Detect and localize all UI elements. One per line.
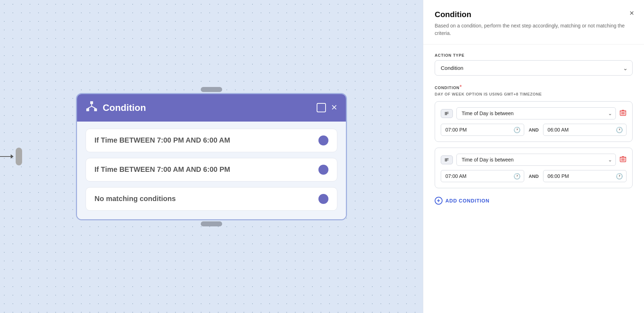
delete-condition-1-button[interactable] xyxy=(619,109,627,118)
condition-dot-2 xyxy=(318,165,328,175)
node-body: If Time BETWEEN 7:00 PM AND 6:00 AM If T… xyxy=(77,122,346,219)
condition-select-wrapper-2: Time of Day is between Day of Week is be… xyxy=(456,154,616,166)
panel-title: Condition xyxy=(435,10,633,19)
node-title: Condition xyxy=(103,102,146,113)
time-end-1-wrapper: 🕐 xyxy=(543,124,627,136)
add-condition-button[interactable]: + ADD CONDITION xyxy=(435,194,490,207)
panel-body: ACTION TYPE Condition Action Wait ⌄ COND… xyxy=(423,45,644,313)
left-arrow-handle[interactable] xyxy=(0,148,24,165)
condition-row-3[interactable]: No matching conditions xyxy=(86,187,337,211)
svg-rect-4 xyxy=(86,108,89,111)
and-label-2: AND xyxy=(527,174,540,179)
action-type-label: ACTION TYPE xyxy=(435,53,633,57)
time-start-1-wrapper: 🕐 xyxy=(441,124,524,136)
close-node-button[interactable]: ✕ xyxy=(331,103,337,112)
arrow-head xyxy=(11,154,14,159)
action-type-select-wrapper: Condition Action Wait ⌄ xyxy=(435,60,633,76)
condition-row-2-text: If Time BETWEEN 7:00 AM AND 6:00 PM xyxy=(94,165,230,174)
time-end-2-input[interactable] xyxy=(543,170,627,182)
right-panel: Condition Based on a condition, perform … xyxy=(423,0,644,313)
time-end-2-wrapper: 🕐 xyxy=(543,170,627,182)
top-drag-pill[interactable] xyxy=(201,87,222,92)
if-badge-2: IF xyxy=(441,155,453,164)
time-start-2-input[interactable] xyxy=(441,170,524,182)
condition-row-2[interactable]: If Time BETWEEN 7:00 AM AND 6:00 PM xyxy=(86,158,337,181)
panel-subtitle: Based on a condition, perform the next s… xyxy=(435,22,633,37)
if-badge-1: IF xyxy=(441,109,453,118)
condition-icon xyxy=(86,101,98,115)
condition-row-1[interactable]: If Time BETWEEN 7:00 PM AND 6:00 AM xyxy=(86,129,337,152)
time-start-2-wrapper: 🕐 xyxy=(441,170,524,182)
node-header-actions: ✕ xyxy=(317,103,337,112)
condition-block-1-header: IF Time of Day is between Day of Week is… xyxy=(441,107,627,119)
condition-row-1-text: If Time BETWEEN 7:00 PM AND 6:00 AM xyxy=(94,136,230,144)
panel-close-button[interactable]: × xyxy=(629,9,634,18)
drag-handle[interactable] xyxy=(16,148,22,165)
canvas-area: Condition ✕ If Time BETWEEN 7:00 PM AND … xyxy=(0,0,423,313)
time-row-1: 🕐 AND 🕐 xyxy=(441,124,627,136)
node-header: Condition ✕ xyxy=(77,94,346,122)
condition-select-wrapper-1: Time of Day is between Day of Week is be… xyxy=(456,107,616,119)
bottom-drag-pill[interactable] xyxy=(201,221,222,226)
condition-dot-3 xyxy=(318,194,328,204)
svg-rect-3 xyxy=(90,101,93,104)
delete-condition-2-button[interactable] xyxy=(619,155,627,164)
condition-block-1: IF Time of Day is between Day of Week is… xyxy=(435,101,633,142)
panel-header: Condition Based on a condition, perform … xyxy=(423,0,644,45)
svg-line-7 xyxy=(88,106,92,108)
day-of-week-note: DAY OF WEEK OPTION IS USING GMT+8 TIMEZO… xyxy=(435,92,633,96)
condition-label: CONDITION xyxy=(435,86,460,90)
required-star: * xyxy=(460,84,462,90)
condition-dot-1 xyxy=(318,135,328,145)
condition-type-select-1[interactable]: Time of Day is between Day of Week is be… xyxy=(456,107,616,119)
and-label-1: AND xyxy=(527,127,540,133)
time-end-1-input[interactable] xyxy=(543,124,627,136)
svg-rect-5 xyxy=(94,108,97,111)
condition-node: Condition ✕ If Time BETWEEN 7:00 PM AND … xyxy=(76,93,347,220)
condition-block-2-header: IF Time of Day is between Day of Week is… xyxy=(441,154,627,166)
add-condition-label: ADD CONDITION xyxy=(445,198,490,204)
expand-button[interactable] xyxy=(317,103,326,112)
action-type-select[interactable]: Condition Action Wait xyxy=(435,60,633,76)
time-start-1-input[interactable] xyxy=(441,124,524,136)
time-row-2: 🕐 AND 🕐 xyxy=(441,170,627,182)
arrow-line xyxy=(0,156,11,157)
add-condition-plus-icon: + xyxy=(435,197,443,205)
svg-line-8 xyxy=(92,106,96,108)
node-header-left: Condition xyxy=(86,101,146,115)
condition-row-3-text: No matching conditions xyxy=(94,195,176,203)
condition-type-select-2[interactable]: Time of Day is between Day of Week is be… xyxy=(456,154,616,166)
condition-block-2: IF Time of Day is between Day of Week is… xyxy=(435,148,633,188)
